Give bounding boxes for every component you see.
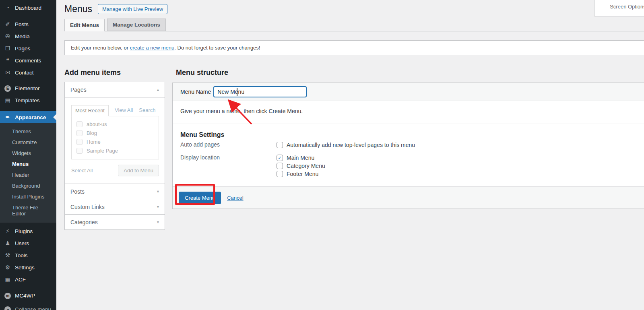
display-location-row: Display location ✓ Main Menu Category Me… bbox=[173, 154, 644, 178]
sidebar-item-contact[interactable]: ✉ Contact bbox=[0, 66, 56, 79]
tab-search[interactable]: Search bbox=[139, 107, 155, 116]
sidebar-item-collapse-menu[interactable]: ◂ Collapse menu bbox=[0, 303, 56, 310]
sidebar-item-pages[interactable]: ❐ Pages bbox=[0, 42, 56, 54]
menu-name-label: Menu Name bbox=[180, 89, 211, 95]
sidebar-item-posts[interactable]: ✐ Posts bbox=[0, 18, 56, 30]
sidebar-item-label: Dashboard bbox=[15, 5, 41, 11]
notice-text-after: . Do not forget to save your changes! bbox=[174, 45, 260, 51]
sidebar-item-acf[interactable]: ▦ ACF bbox=[0, 273, 56, 285]
sidebar-item-label: Templates bbox=[15, 97, 40, 103]
posts-accordion-header[interactable]: Posts ▼ bbox=[65, 184, 165, 199]
menu-structure-heading: Menu structure bbox=[176, 68, 228, 77]
checkbox-unchecked[interactable] bbox=[76, 130, 83, 136]
add-to-menu-button[interactable]: Add to Menu bbox=[118, 165, 159, 176]
categories-accordion-header[interactable]: Categories ▼ bbox=[65, 214, 165, 229]
checkbox-unchecked[interactable] bbox=[76, 139, 83, 145]
notice-bar: Edit your menu below, or create a new me… bbox=[64, 40, 644, 55]
posts-accordion-title: Posts bbox=[70, 188, 85, 195]
submenu-item-widgets[interactable]: Widgets bbox=[0, 148, 56, 159]
sidebar-item-comments[interactable]: ❝ Comments bbox=[0, 54, 56, 66]
sidebar-item-label: Plugins bbox=[15, 228, 33, 234]
checkbox-unchecked[interactable] bbox=[76, 148, 83, 154]
sidebar-item-label: Collapse menu bbox=[15, 306, 51, 310]
select-all-link[interactable]: Select All bbox=[71, 167, 93, 174]
pages-accordion-header[interactable]: Pages ▲ bbox=[65, 82, 165, 97]
divider bbox=[173, 124, 644, 124]
page-item-label: Home bbox=[87, 139, 101, 145]
chevron-up-icon: ▲ bbox=[156, 88, 160, 92]
menu-structure-panel: Menu Name Give your menu a name, then cl… bbox=[172, 83, 644, 209]
user-icon: ♟ bbox=[4, 240, 12, 246]
submenu-item-menus[interactable]: Menus bbox=[0, 159, 56, 169]
tab-most-recent[interactable]: Most Recent bbox=[71, 105, 109, 116]
sidebar-item-settings[interactable]: ⚙ Settings bbox=[0, 261, 56, 273]
sidebar-item-label: Appearance bbox=[15, 114, 46, 120]
checkbox-unchecked[interactable] bbox=[277, 163, 283, 169]
sidebar-item-label: Pages bbox=[15, 45, 30, 52]
menu-name-input[interactable] bbox=[213, 86, 307, 97]
grid-icon: ▦ bbox=[4, 276, 12, 283]
menu-help-text: Give your menu a name, then click Create… bbox=[180, 108, 644, 114]
page-checkbox-row-about-us[interactable]: about-us bbox=[76, 121, 159, 127]
sidebar-item-label: Elementor bbox=[15, 85, 40, 91]
text-cursor bbox=[237, 88, 237, 96]
page-item-label: Sample Page bbox=[87, 148, 118, 154]
submenu-item-themes[interactable]: Themes bbox=[0, 126, 56, 137]
sidebar-item-mc4wp[interactable]: m MC4WP bbox=[0, 289, 56, 302]
mc4wp-icon: m bbox=[4, 292, 12, 299]
tab-view-all[interactable]: View All bbox=[115, 107, 133, 116]
location-option-footer-menu[interactable]: Footer Menu bbox=[277, 170, 325, 178]
screen-options-button[interactable]: Screen Options bbox=[594, 0, 644, 17]
auto-add-pages-option[interactable]: Automatically add new top-level pages to… bbox=[277, 141, 415, 149]
plug-icon: ⚡ bbox=[4, 228, 12, 234]
page-item-label: Blog bbox=[87, 130, 97, 136]
create-menu-button[interactable]: Create Menu bbox=[179, 192, 221, 204]
sidebar-item-label: Media bbox=[15, 33, 30, 39]
page-checkbox-row-blog[interactable]: Blog bbox=[76, 130, 159, 136]
manage-with-live-preview-button[interactable]: Manage with Live Preview bbox=[98, 4, 167, 14]
page-checkbox-row-home[interactable]: Home bbox=[76, 139, 159, 145]
media-icon: ✇ bbox=[4, 33, 12, 39]
checkbox-unchecked[interactable] bbox=[76, 121, 83, 127]
page-checkbox-row-sample-page[interactable]: Sample Page bbox=[76, 148, 159, 154]
custom-links-accordion-header[interactable]: Custom Links ▼ bbox=[65, 199, 165, 214]
dashboard-icon: ◔ bbox=[4, 4, 12, 11]
submenu-item-header[interactable]: Header bbox=[0, 169, 56, 180]
location-option-label: Main Menu bbox=[287, 155, 314, 161]
checkbox-checked[interactable]: ✓ bbox=[277, 155, 283, 161]
chevron-down-icon: ▼ bbox=[156, 205, 160, 209]
cancel-link[interactable]: Cancel bbox=[227, 195, 243, 201]
collapse-arrow-icon: ◂ bbox=[4, 306, 12, 310]
sidebar-item-templates[interactable]: ▤ Templates bbox=[0, 94, 56, 106]
sidebar-item-plugins[interactable]: ⚡ Plugins bbox=[0, 225, 56, 237]
notice-text-before: Edit your menu below, or bbox=[71, 45, 130, 51]
submenu-item-customize[interactable]: Customize bbox=[0, 137, 56, 148]
sidebar-item-dashboard[interactable]: ◔ Dashboard bbox=[0, 2, 56, 14]
sidebar-item-label: Tools bbox=[15, 252, 28, 258]
paintbrush-icon: ✒ bbox=[4, 114, 12, 120]
menu-name-row: Menu Name bbox=[173, 83, 644, 101]
auto-add-pages-label: Auto add pages bbox=[173, 141, 277, 148]
sidebar-item-label: Users bbox=[15, 240, 29, 246]
submenu-item-background[interactable]: Background bbox=[0, 180, 56, 191]
sidebar-item-appearance[interactable]: ✒ Appearance bbox=[0, 111, 56, 123]
sidebar-item-label: MC4WP bbox=[15, 293, 35, 299]
screen-options-label: Screen Options bbox=[610, 4, 644, 10]
checkbox-unchecked[interactable] bbox=[277, 142, 283, 148]
sidebar-item-label: Posts bbox=[15, 21, 29, 27]
submenu-item-install-plugins[interactable]: Install Plugins bbox=[0, 191, 56, 202]
sliders-icon: ⚙ bbox=[4, 264, 12, 271]
page-title: Menus bbox=[64, 3, 92, 15]
sidebar-item-elementor[interactable]: E Elementor bbox=[0, 82, 56, 94]
tab-manage-locations[interactable]: Manage Locations bbox=[107, 19, 166, 31]
location-option-main-menu[interactable]: ✓ Main Menu bbox=[277, 154, 325, 162]
tab-edit-menus[interactable]: Edit Menus bbox=[64, 19, 105, 31]
checkbox-unchecked[interactable] bbox=[277, 171, 283, 177]
envelope-icon: ✉ bbox=[4, 69, 12, 76]
sidebar-item-tools[interactable]: ⚒ Tools bbox=[0, 249, 56, 261]
location-option-category-menu[interactable]: Category Menu bbox=[277, 162, 325, 170]
submenu-item-theme-file-editor[interactable]: Theme File Editor bbox=[0, 202, 56, 219]
sidebar-item-media[interactable]: ✇ Media bbox=[0, 30, 56, 42]
sidebar-item-users[interactable]: ♟ Users bbox=[0, 237, 56, 249]
create-a-new-menu-link[interactable]: create a new menu bbox=[130, 45, 175, 51]
